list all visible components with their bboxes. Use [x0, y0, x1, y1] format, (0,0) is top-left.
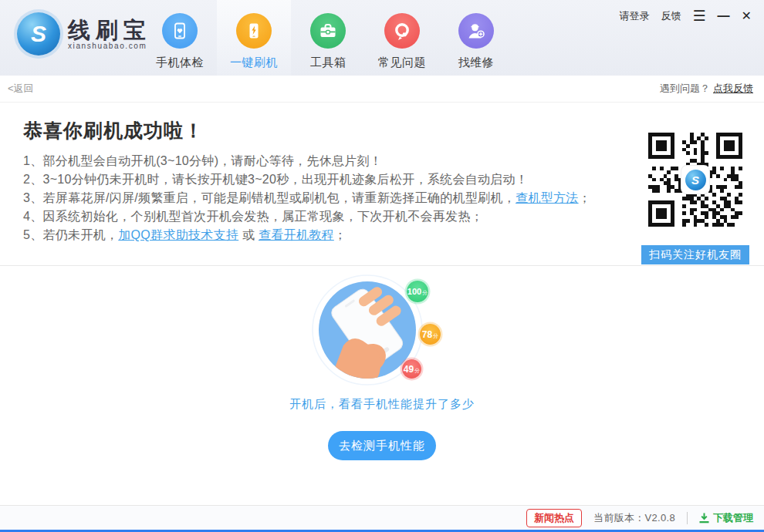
menu-icon[interactable]: ☰ [693, 8, 706, 23]
nav-label: 工具箱 [310, 56, 347, 70]
tip-text: 4、因系统初始化，个别机型首次开机会发热，属正常现象，下次开机不会再发热； [23, 210, 483, 223]
score-badge-49: 49分 [402, 359, 421, 379]
nav-item-one-key-flash[interactable]: 一键刷机 [217, 0, 291, 76]
score-unit: 分 [433, 332, 438, 340]
news-hotspot-button[interactable]: 新闻热点 [526, 509, 582, 527]
check-model-link[interactable]: 查机型方法 [516, 191, 579, 204]
qr-logo-s-icon: S [685, 170, 706, 190]
tip-text: 5、若仍未开机， [23, 228, 118, 241]
tip-text: 2、3~10分钟仍未开机时，请长按开机键3~20秒，出现开机迹象后松开，系统会自… [23, 173, 528, 186]
score-badge-78: 78分 [420, 324, 441, 345]
version-label: 当前版本：V2.0.8 [593, 511, 675, 525]
download-manager-button[interactable]: 下载管理 [699, 511, 753, 525]
minimize-icon[interactable]: — [718, 10, 730, 22]
performance-hint: 开机后，看看手机性能提升了多少 [0, 397, 764, 412]
phone-flash-icon [236, 13, 272, 49]
nav-label: 找维修 [458, 56, 495, 70]
window-controls: 请登录 反馈 ☰ — ✕ [620, 8, 752, 23]
qq-group-link[interactable]: 加QQ群求助技术支持 [118, 228, 238, 241]
tip-text: ； [334, 228, 347, 241]
issue-label: 遇到问题？ [660, 82, 710, 94]
nav-label: 常见问题 [378, 56, 426, 70]
performance-section: 100分 78分 49分 开机后，看看手机性能提升了多少 去检测手机性能 [0, 266, 764, 505]
nav-item-phone-health[interactable]: 手机体检 [143, 0, 217, 76]
score-badge-100: 100分 [407, 281, 428, 302]
qr-code: S [648, 133, 742, 227]
issue-prompt: 遇到问题？点我反馈 [660, 82, 753, 96]
feedback-link[interactable]: 反馈 [661, 9, 681, 23]
main-nav: 手机体检 一键刷机 工具箱 [143, 0, 513, 76]
nav-item-faq[interactable]: 常见问题 [365, 0, 439, 76]
download-label: 下载管理 [713, 511, 753, 525]
phone-health-icon [162, 13, 198, 49]
issue-feedback-link[interactable]: 点我反馈 [713, 82, 753, 94]
back-link[interactable]: <返回 [8, 82, 34, 96]
tip-text: ； [579, 191, 591, 204]
login-link[interactable]: 请登录 [620, 9, 650, 23]
score-unit: 分 [414, 367, 420, 375]
qr-center-logo: S [681, 166, 709, 194]
nav-item-toolbox[interactable]: 工具箱 [291, 0, 365, 76]
nav-label: 一键刷机 [230, 56, 278, 70]
nav-label: 手机体检 [156, 56, 204, 70]
footer-bar: 新闻热点 当前版本：V2.0.8 下载管理 [0, 505, 764, 530]
tip-text: 3、若屏幕花屏/闪屏/频繁重启，可能是刷错机型或刷机包，请重新选择正确的机型刷机… [23, 191, 516, 204]
score-value: 49 [404, 364, 414, 375]
tip-text: 1、部分机型会自动开机(3~10分钟)，请耐心等待，先休息片刻！ [23, 154, 382, 167]
close-icon[interactable]: ✕ [742, 10, 752, 22]
score-value: 100 [407, 287, 421, 296]
app-logo: S 线刷宝 xianshuabao.com [17, 12, 151, 56]
faq-icon [384, 13, 420, 49]
footer-divider [687, 512, 688, 524]
repair-icon [458, 13, 494, 49]
score-value: 78 [422, 329, 432, 340]
logo-s-icon: S [17, 12, 60, 56]
success-section: 恭喜你刷机成功啦！ 1、部分机型会自动开机(3~10分钟)，请耐心等待，先休息片… [0, 103, 764, 266]
score-unit: 分 [422, 289, 428, 297]
brand-domain: xianshuabao.com [68, 42, 151, 50]
tip-text: 或 [238, 228, 259, 241]
qr-caption-banner: 扫码关注好机友圈 [641, 245, 749, 264]
download-icon [699, 513, 709, 524]
nav-item-repair[interactable]: 找维修 [439, 0, 513, 76]
sub-header: <返回 遇到问题？点我反馈 [0, 76, 764, 103]
brand-name: 线刷宝 [68, 19, 151, 42]
toolbox-icon [310, 13, 346, 49]
app-header: S 线刷宝 xianshuabao.com 手机体检 [0, 0, 764, 76]
phone-in-hand-illustration: 100分 78分 49分 [307, 274, 450, 389]
boot-tutorial-link[interactable]: 查看开机教程 [259, 228, 334, 241]
test-performance-button[interactable]: 去检测手机性能 [328, 431, 436, 460]
tip-item-5: 5、若仍未开机，加QQ群求助技术支持 或 查看开机教程； [23, 226, 764, 244]
